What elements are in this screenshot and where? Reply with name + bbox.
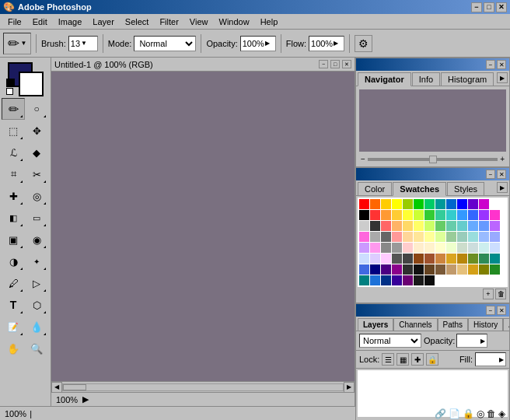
swatch-item[interactable] — [392, 199, 402, 209]
swatch-item[interactable] — [490, 254, 500, 264]
swatch-item[interactable] — [414, 275, 424, 285]
swatch-item[interactable] — [424, 275, 435, 285]
scroll-thumb-h[interactable] — [63, 384, 86, 390]
menu-window[interactable]: Window — [215, 16, 254, 28]
navigator-panel-close[interactable]: ✕ — [497, 60, 506, 69]
zoom-tool[interactable]: 🔍 — [25, 338, 48, 359]
eraser-tool[interactable]: ▭ — [25, 207, 48, 229]
swatch-item[interactable] — [370, 210, 380, 220]
swatch-item[interactable] — [403, 221, 413, 231]
status-icon-link[interactable]: 🔗 — [435, 408, 446, 419]
status-icon-circle[interactable]: ◎ — [477, 408, 484, 419]
lock-position-btn[interactable]: ✚ — [411, 353, 424, 366]
swatch-item[interactable] — [435, 221, 445, 231]
tab-color[interactable]: Color — [358, 182, 392, 195]
swatch-item[interactable] — [359, 199, 369, 209]
swatch-item[interactable] — [479, 264, 489, 275]
layers-opacity-value[interactable]: ▶ — [456, 334, 487, 348]
swatch-item[interactable] — [414, 254, 424, 264]
tab-paths[interactable]: Paths — [438, 318, 469, 331]
swatch-item[interactable] — [370, 275, 380, 285]
swatch-item[interactable] — [392, 243, 402, 253]
menu-filter[interactable]: Filter — [155, 16, 183, 28]
menu-view[interactable]: View — [185, 16, 213, 28]
swatches-panel-minimize[interactable]: − — [486, 170, 495, 179]
swatch-item[interactable] — [490, 221, 500, 231]
swatch-item[interactable] — [414, 243, 424, 253]
opacity-control[interactable]: 100% ▶ — [240, 36, 276, 51]
swatch-item[interactable] — [403, 210, 413, 220]
swatch-item[interactable] — [370, 232, 380, 242]
swatch-item[interactable] — [359, 243, 369, 253]
history-brush-tool[interactable]: ◧ — [2, 207, 25, 229]
swatch-item[interactable] — [468, 264, 478, 275]
tab-navigator[interactable]: Navigator — [358, 72, 411, 86]
swatch-item[interactable] — [381, 275, 391, 285]
type-tool[interactable]: T — [2, 294, 25, 316]
swatch-item[interactable] — [414, 232, 424, 242]
airbrush-toggle[interactable]: ⚙ — [355, 35, 372, 52]
color-preview[interactable] — [5, 62, 47, 96]
swatch-item[interactable] — [435, 243, 445, 253]
swatch-item[interactable] — [392, 232, 402, 242]
default-colors-icon[interactable] — [6, 79, 15, 87]
swatch-item[interactable] — [392, 221, 402, 231]
zoom-slider-thumb[interactable] — [429, 156, 437, 163]
swatch-item[interactable] — [381, 232, 391, 242]
layers-fill-value[interactable]: ▶ — [475, 352, 506, 366]
tab-styles[interactable]: Styles — [447, 182, 484, 195]
swatch-item[interactable] — [392, 264, 402, 275]
swatch-item[interactable] — [359, 254, 369, 264]
crop-tool[interactable]: ⌗ — [2, 163, 25, 185]
swatch-item[interactable] — [359, 264, 369, 275]
swatch-item[interactable] — [468, 254, 478, 264]
magic-wand-tool[interactable]: ◆ — [25, 142, 48, 163]
swatch-item[interactable] — [468, 210, 478, 220]
scroll-track-h[interactable] — [62, 383, 344, 391]
marquee-tool[interactable]: ⬚ — [2, 120, 25, 142]
swatch-item[interactable] — [446, 210, 456, 220]
canvas-close-btn[interactable]: ✕ — [342, 60, 351, 68]
swatch-item[interactable] — [435, 232, 445, 242]
swatch-item[interactable] — [468, 243, 478, 253]
zoom-slider[interactable] — [368, 158, 498, 161]
swatch-item[interactable] — [479, 210, 489, 220]
swatch-item[interactable] — [392, 210, 402, 220]
hand-tool[interactable]: ✋ — [2, 338, 25, 359]
tab-histogram[interactable]: Histogram — [441, 72, 494, 86]
swatch-item[interactable] — [490, 199, 500, 209]
lock-image-btn[interactable]: ▦ — [396, 353, 409, 366]
swatch-item[interactable] — [381, 264, 391, 275]
shape-tool[interactable]: ⬡ — [25, 294, 48, 316]
swatch-item[interactable] — [446, 199, 456, 209]
swatch-item[interactable] — [381, 199, 391, 209]
swatch-item[interactable] — [424, 210, 435, 220]
swatches-panel-options[interactable]: ▶ — [497, 182, 508, 193]
lock-all-btn[interactable]: 🔒 — [426, 353, 438, 366]
swatch-item[interactable] — [381, 243, 391, 253]
background-color[interactable] — [19, 72, 44, 96]
menu-layer[interactable]: Layer — [88, 16, 119, 28]
pencil-tool[interactable]: ✏ — [2, 98, 25, 120]
swatch-item[interactable] — [403, 232, 413, 242]
swatch-item[interactable] — [424, 221, 435, 231]
navigator-panel-minimize[interactable]: − — [486, 60, 495, 69]
path-selection-tool[interactable]: ▷ — [25, 272, 48, 294]
swatch-item[interactable] — [468, 221, 478, 231]
tool-preset-picker[interactable]: ✏ ▼ — [3, 33, 31, 54]
dodge-tool[interactable]: ◑ — [2, 250, 25, 272]
swatch-item[interactable] — [468, 232, 478, 242]
swatch-item[interactable] — [414, 199, 424, 209]
notes-tool[interactable]: 📝 — [2, 316, 25, 338]
brush-size-control[interactable]: 13 ▼ — [68, 36, 98, 51]
swatch-item[interactable] — [457, 221, 467, 231]
swatch-item[interactable] — [414, 210, 424, 220]
move-tool[interactable]: ✥ — [25, 120, 48, 142]
swatch-item[interactable] — [370, 199, 380, 209]
scroll-right-btn[interactable]: ▶ — [344, 382, 355, 393]
swatch-item[interactable] — [490, 243, 500, 253]
swatch-item[interactable] — [403, 275, 413, 285]
pen-tool[interactable]: 🖊 — [2, 272, 25, 294]
close-button[interactable]: ✕ — [496, 2, 507, 12]
menu-help[interactable]: Help — [256, 16, 283, 28]
